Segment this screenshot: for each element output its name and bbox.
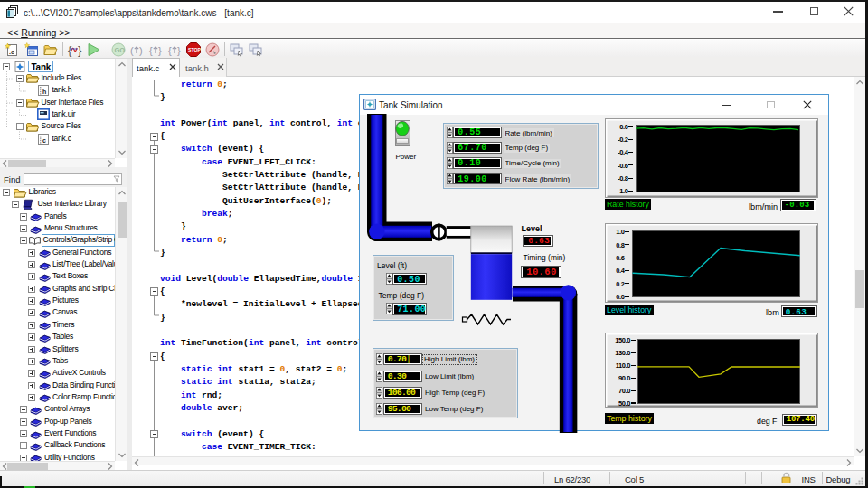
svg-text:{: { bbox=[149, 45, 153, 56]
svg-text:): ) bbox=[139, 45, 143, 56]
svg-text:(: ( bbox=[130, 45, 134, 56]
svg-text:}: } bbox=[158, 45, 162, 56]
svg-text:}: } bbox=[177, 45, 181, 56]
svg-text:STOP: STOP bbox=[188, 47, 202, 52]
svg-text:GO: GO bbox=[114, 46, 125, 54]
svg-text:}: } bbox=[78, 43, 82, 57]
svg-text:{: { bbox=[168, 45, 172, 56]
svg-text:.c: .c bbox=[9, 49, 14, 55]
